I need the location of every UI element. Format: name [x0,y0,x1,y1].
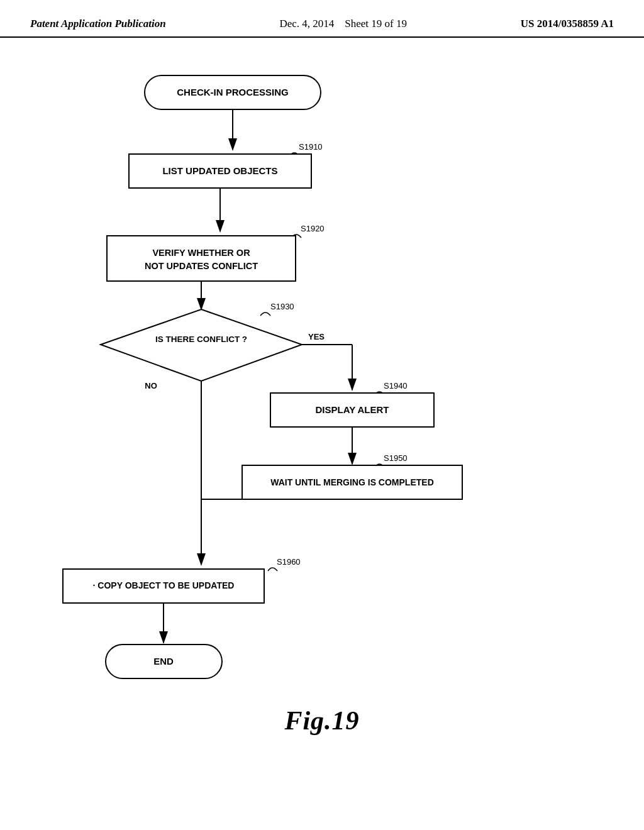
svg-text:NO: NO [145,381,157,390]
svg-text:DISPLAY ALERT: DISPLAY ALERT [316,404,389,415]
date-label: Dec. 4, 2014 [279,18,334,30]
svg-text:S1920: S1920 [301,224,325,233]
sheet-label: Sheet 19 of 19 [345,18,407,30]
header-center: Dec. 4, 2014 Sheet 19 of 19 [279,18,407,30]
patent-number: US 2014/0358859 A1 [521,18,614,30]
svg-text:NOT UPDATES CONFLICT: NOT UPDATES CONFLICT [145,261,258,271]
figure-label: Fig.19 [284,706,359,736]
svg-text:WAIT UNTIL MERGING IS COMPLETE: WAIT UNTIL MERGING IS COMPLETED [270,477,434,487]
svg-text:YES: YES [308,332,325,341]
svg-text:LIST UPDATED OBJECTS: LIST UPDATED OBJECTS [162,165,277,176]
svg-text:CHECK-IN PROCESSING: CHECK-IN PROCESSING [177,87,289,97]
svg-text:IS THERE CONFLICT ?: IS THERE CONFLICT ? [155,335,247,344]
svg-text:S1930: S1930 [270,302,294,311]
svg-text:S1950: S1950 [384,453,408,463]
svg-text:· COPY OBJECT TO BE UPDATED: · COPY OBJECT TO BE UPDATED [93,580,235,590]
svg-text:S1960: S1960 [277,557,301,567]
flowchart-svg: CHECK-IN PROCESSING S1910 LIST UPDATED O… [0,38,644,761]
svg-rect-8 [107,236,296,281]
svg-marker-13 [101,309,302,381]
publication-label: Patent Application Publication [30,18,166,30]
svg-text:END: END [153,656,174,667]
svg-text:VERIFY WHETHER OR: VERIFY WHETHER OR [152,248,250,258]
svg-text:S1910: S1910 [299,142,323,152]
page-header: Patent Application Publication Dec. 4, 2… [0,0,644,38]
diagram-area: CHECK-IN PROCESSING S1910 LIST UPDATED O… [0,38,644,761]
svg-text:S1940: S1940 [384,381,408,390]
